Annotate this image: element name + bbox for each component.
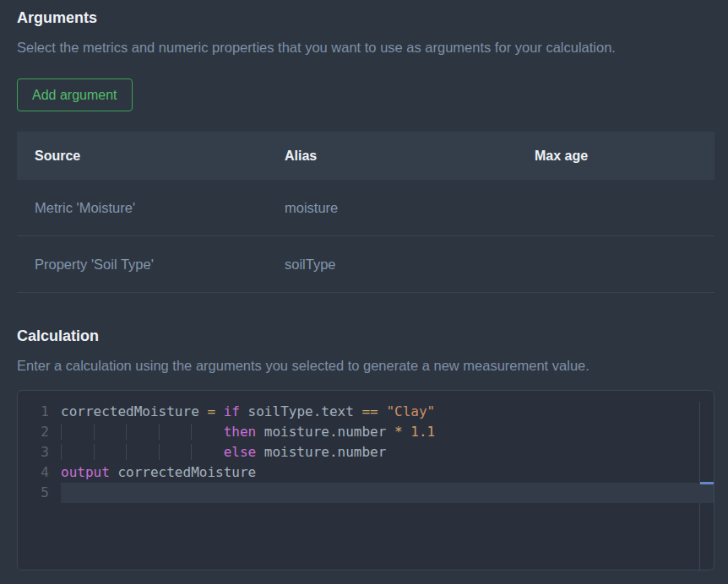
calculation-section: Calculation Enter a calculation using th…	[0, 327, 728, 570]
code-token-op: =	[207, 403, 215, 419]
editor-cursor-position-marker	[700, 482, 714, 484]
calculation-section-description: Enter a calculation using the arguments …	[17, 357, 728, 374]
argument-row[interactable]: Metric 'Moisture'moisture	[17, 180, 714, 236]
code-line-content	[61, 483, 714, 503]
code-token-pln	[403, 424, 411, 440]
code-token-pln	[386, 424, 394, 440]
code-token-op: ==	[361, 403, 378, 419]
line-number: 3	[18, 442, 61, 462]
code-token-def: moisture.number	[264, 424, 387, 440]
calculation-code-editor[interactable]: 1correctedMoisture = if soilType.text ==…	[17, 390, 714, 570]
code-token-pln	[378, 403, 387, 419]
indent-guide	[126, 444, 160, 460]
arguments-table-body: Metric 'Moisture'moistureProperty 'Soil …	[17, 180, 714, 293]
add-argument-button[interactable]: Add argument	[17, 78, 133, 111]
code-token-def: correctedMoisture	[117, 464, 256, 480]
indent-guide	[94, 444, 128, 460]
code-token-str: "Clay"	[386, 403, 435, 419]
arguments-section: Arguments Select the metrics and numeric…	[0, 8, 728, 293]
code-line-content: else moisture.number	[61, 442, 714, 462]
indent-guide	[126, 424, 160, 440]
code-line-content: output correctedMoisture	[61, 462, 714, 483]
code-line-1: 1correctedMoisture = if soilType.text ==…	[18, 402, 714, 422]
code-token-op: *	[394, 424, 403, 440]
cell-alias: moisture	[267, 200, 517, 216]
cell-source: Metric 'Moisture'	[17, 200, 267, 216]
code-token-kw: output	[61, 464, 110, 480]
code-token-num: 1.1	[410, 424, 435, 440]
indent-guide	[191, 444, 225, 460]
code-token-kw: then	[224, 424, 257, 440]
code-token-pln	[110, 464, 118, 480]
code-line-5: 5	[18, 483, 714, 503]
code-token-kw: else	[224, 444, 257, 460]
cell-source: Property 'Soil Type'	[17, 257, 267, 273]
column-header-alias: Alias	[267, 149, 517, 164]
arguments-table: SourceAliasMax age Metric 'Moisture'mois…	[17, 132, 714, 293]
code-token-pln	[240, 403, 248, 419]
code-line-4: 4output correctedMoisture	[18, 462, 714, 483]
arguments-section-title: Arguments	[17, 8, 728, 27]
column-header-source: Source	[17, 149, 267, 164]
code-line-3: 3 else moisture.number	[18, 442, 714, 462]
code-line-content: then moisture.number * 1.1	[61, 422, 714, 442]
code-token-def: moisture.number	[264, 444, 387, 460]
code-line-2: 2 then moisture.number * 1.1	[18, 422, 714, 442]
page: Arguments Select the metrics and numeric…	[0, 8, 728, 570]
code-token-def: correctedMoisture	[61, 403, 199, 419]
indent-guide	[61, 444, 95, 460]
code-token-pln	[256, 444, 264, 460]
indent-guide	[159, 424, 193, 440]
code-token-pln	[199, 403, 208, 419]
code-token-pln	[256, 424, 264, 440]
line-number: 4	[18, 462, 61, 483]
arguments-table-header-row: SourceAliasMax age	[17, 132, 714, 180]
line-number: 2	[18, 422, 61, 442]
indent-guide	[191, 424, 225, 440]
indent-guide	[94, 424, 128, 440]
indent-guide	[159, 444, 193, 460]
cell-alias: soilType	[267, 257, 517, 273]
code-token-pln	[215, 403, 224, 419]
column-header-max-age: Max age	[517, 149, 714, 164]
code-token-kw: if	[224, 403, 240, 419]
argument-row[interactable]: Property 'Soil Type'soilType	[17, 236, 714, 293]
code-token-def: soilType.text	[248, 403, 354, 419]
arguments-section-description: Select the metrics and numeric propertie…	[17, 39, 728, 56]
editor-code-lines: 1correctedMoisture = if soilType.text ==…	[18, 391, 714, 503]
line-number: 5	[18, 483, 61, 503]
line-number: 1	[18, 402, 61, 422]
indent-guide	[61, 424, 95, 440]
code-line-content: correctedMoisture = if soilType.text == …	[61, 402, 714, 422]
calculation-section-title: Calculation	[17, 327, 728, 345]
